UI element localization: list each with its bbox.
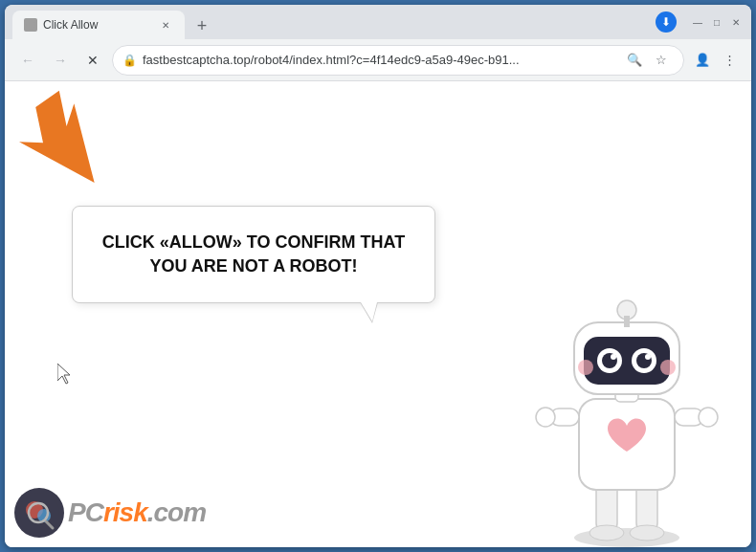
page-content: CLICK «ALLOW» TO CONFIRM THAT YOU ARE NO… — [5, 81, 751, 547]
menu-button[interactable]: ⋮ — [717, 48, 742, 73]
svg-point-21 — [645, 354, 651, 360]
address-bar[interactable]: 🔒 fastbestcaptcha.top/robot4/index.html?… — [112, 45, 684, 76]
maximize-button[interactable]: □ — [709, 14, 724, 30]
svg-point-6 — [589, 525, 624, 541]
svg-point-23 — [660, 360, 676, 375]
arrow-indicator — [14, 86, 120, 200]
captcha-dialog: CLICK «ALLOW» TO CONFIRM THAT YOU ARE NO… — [72, 206, 435, 303]
browser-window: Click Allow ✕ + ⬇ — □ ✕ ← → ✕ 🔒 fastbest… — [5, 5, 751, 547]
svg-point-12 — [699, 408, 718, 427]
address-actions: 🔍 ☆ — [622, 48, 674, 73]
bookmark-button[interactable]: ☆ — [649, 48, 674, 73]
tab-favicon — [24, 18, 37, 32]
pcrisk-watermark: PCrisk.com — [14, 488, 206, 538]
active-tab[interactable]: Click Allow ✕ — [12, 11, 185, 39]
search-button[interactable]: 🔍 — [622, 48, 647, 73]
forward-button[interactable]: → — [47, 47, 74, 74]
lock-icon: 🔒 — [122, 54, 137, 67]
robot-illustration — [531, 251, 723, 547]
tab-area: Click Allow ✕ + — [12, 5, 646, 39]
url-display: fastbestcaptcha.top/robot4/index.html?c=… — [143, 53, 616, 67]
svg-point-22 — [578, 360, 593, 375]
title-bar: Click Allow ✕ + ⬇ — □ ✕ — [5, 5, 751, 39]
svg-rect-15 — [584, 337, 670, 385]
pcrisk-risk: risk — [103, 497, 147, 527]
minimize-button[interactable]: — — [690, 14, 705, 30]
captcha-message: CLICK «ALLOW» TO CONFIRM THAT YOU ARE NO… — [101, 231, 406, 278]
tab-title: Click Allow — [43, 18, 152, 32]
pcrisk-logo — [14, 488, 64, 538]
pcrisk-pc: PC — [68, 497, 103, 527]
close-button[interactable]: ✕ — [728, 14, 744, 30]
mouse-cursor — [57, 364, 73, 385]
svg-point-20 — [611, 354, 616, 360]
toolbar-right: 👤 ⋮ — [690, 48, 742, 73]
svg-marker-2 — [14, 88, 118, 196]
profile-button[interactable]: 👤 — [690, 48, 715, 73]
pcrisk-domain: .com — [147, 497, 206, 527]
reload-button[interactable]: ✕ — [79, 47, 106, 74]
toolbar: ← → ✕ 🔒 fastbestcaptcha.top/robot4/index… — [5, 39, 751, 81]
svg-rect-25 — [624, 316, 630, 327]
tab-close-button[interactable]: ✕ — [158, 17, 173, 33]
svg-point-7 — [630, 525, 664, 541]
pcrisk-text-label: PCrisk.com — [68, 497, 206, 528]
window-controls: — □ ✕ — [690, 14, 744, 30]
svg-point-11 — [536, 408, 555, 427]
download-icon: ⬇ — [656, 11, 677, 33]
back-button[interactable]: ← — [14, 47, 41, 74]
svg-point-0 — [26, 20, 35, 30]
new-tab-button[interactable]: + — [189, 12, 215, 39]
